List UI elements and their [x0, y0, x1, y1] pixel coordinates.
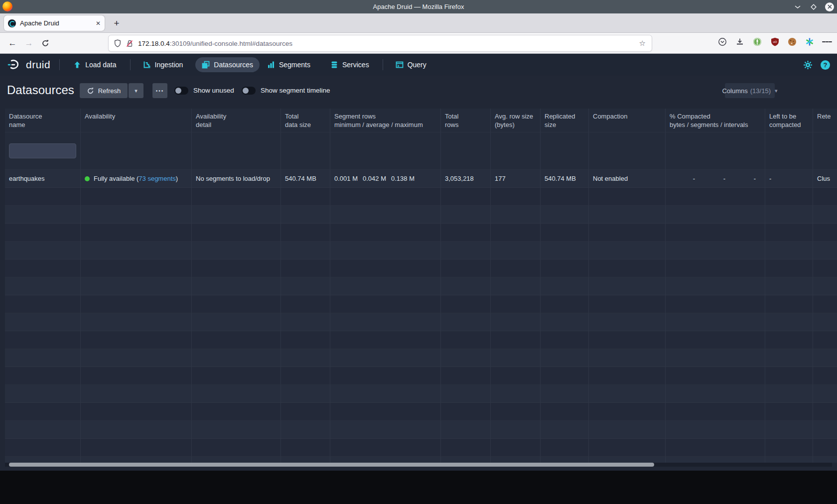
table-cell-empty	[491, 385, 541, 403]
table-row-earthquakes[interactable]: earthquakes Fully available ( 73 segment…	[5, 170, 837, 188]
table-cell-empty	[589, 457, 666, 463]
druid-wordmark: druid	[26, 59, 50, 71]
table-row-empty	[5, 403, 837, 421]
col-header-avg-row-size[interactable]: Avg. row size (bytes)	[491, 109, 541, 132]
table-cell-empty	[491, 457, 541, 463]
col-header-retention[interactable]: Rete	[813, 109, 837, 132]
nav-item-query[interactable]: Query	[389, 57, 433, 72]
url-text[interactable]: 172.18.0.4:30109/unified-console.html#da…	[138, 40, 292, 47]
table-cell-empty	[192, 403, 281, 421]
col-header-left-to-be-compacted[interactable]: Left to be compacted	[765, 109, 813, 132]
back-button[interactable]: ←	[6, 37, 19, 50]
table-cell-empty	[5, 403, 81, 421]
table-cell-empty	[330, 439, 441, 457]
col-header-segment-rows[interactable]: Segment rows minimum / average / maximum	[330, 109, 441, 132]
horizontal-scrollbar-thumb[interactable]	[9, 463, 654, 467]
table-cell-empty	[330, 457, 441, 463]
minimize-button[interactable]	[793, 2, 802, 11]
table-cell-empty	[541, 206, 589, 224]
col-header-total-rows[interactable]: Total rows	[441, 109, 491, 132]
cookie-extension-icon[interactable]	[787, 37, 797, 47]
table-cell-empty	[441, 367, 491, 385]
table-cell-empty	[441, 295, 491, 313]
new-tab-button[interactable]: +	[110, 16, 124, 30]
table-empty-rows	[5, 188, 837, 463]
desktop-background	[0, 471, 837, 504]
refresh-dropdown-button[interactable]: ▾	[129, 83, 143, 98]
nav-item-load-data[interactable]: Load data	[67, 57, 123, 72]
col-header-datasource-name[interactable]: Datasource name	[5, 109, 81, 132]
columns-button[interactable]: Columns (13/15) ▾	[725, 83, 775, 98]
show-unused-label: Show unused	[193, 87, 234, 94]
more-actions-button[interactable]: •••	[152, 83, 167, 98]
table-cell-empty	[330, 206, 441, 224]
table-cell-empty	[192, 259, 281, 277]
table-cell-empty	[666, 224, 765, 242]
availability-text: Fully available (	[94, 175, 139, 182]
help-icon[interactable]: ?	[821, 60, 830, 70]
table-cell-empty	[589, 439, 666, 457]
table-cell-empty	[441, 313, 491, 331]
tab-apache-druid[interactable]: Apache Druid ✕	[4, 15, 105, 31]
reload-button[interactable]	[39, 37, 52, 50]
cell-datasource-name[interactable]: earthquakes	[5, 170, 81, 188]
col-header-pct-compacted[interactable]: % Compacted bytes / segments / intervals	[666, 109, 765, 132]
downloads-icon[interactable]	[735, 37, 745, 47]
table-cell-empty	[441, 457, 491, 463]
col-header-availability[interactable]: Availability	[81, 109, 192, 132]
table-cell-empty	[5, 295, 81, 313]
privacy-badger-extension-icon[interactable]	[752, 37, 762, 47]
close-button[interactable]	[825, 2, 834, 11]
col-header-availability-detail[interactable]: Availability detail	[192, 109, 281, 132]
nav-item-label: Datasources	[214, 61, 253, 69]
colorful-asterisk-extension-icon[interactable]	[805, 37, 815, 47]
horizontal-scrollbar-track[interactable]	[5, 463, 832, 467]
services-icon	[330, 61, 338, 69]
table-cell-empty	[541, 188, 589, 206]
nav-item-label: Services	[342, 61, 369, 69]
ublock-origin-extension-icon[interactable]: uO	[770, 37, 780, 47]
table-cell-empty	[330, 349, 441, 367]
table-cell-empty	[813, 277, 837, 295]
url-bar[interactable]: 172.18.0.4:30109/unified-console.html#da…	[109, 35, 652, 51]
segment-rows-avg: 0.042 M	[363, 175, 391, 182]
table-cell-empty	[441, 259, 491, 277]
bookmark-star-icon[interactable]: ☆	[639, 39, 646, 48]
table-cell-empty	[330, 259, 441, 277]
nav-item-segments[interactable]: Segments	[261, 57, 317, 72]
refresh-button[interactable]: Refresh	[80, 83, 128, 98]
tracking-protection-icon[interactable]	[114, 39, 122, 48]
pct-compacted-intervals: -	[730, 175, 761, 182]
forward-button[interactable]: →	[22, 37, 35, 50]
col-header-total-data-size[interactable]: Total data size	[281, 109, 330, 132]
show-unused-toggle[interactable]	[174, 87, 188, 95]
datasource-name-filter-input[interactable]	[9, 143, 76, 158]
table-cell-empty	[765, 403, 813, 421]
nav-item-services[interactable]: Services	[324, 57, 376, 72]
table-cell-empty	[589, 295, 666, 313]
insecure-lock-icon[interactable]	[126, 39, 134, 48]
table-cell-empty	[491, 259, 541, 277]
table-cell-empty	[589, 277, 666, 295]
cell-retention: Clus	[813, 170, 837, 188]
nav-item-ingestion[interactable]: Ingestion	[137, 57, 190, 72]
table-cell-empty	[666, 457, 765, 463]
menu-button[interactable]	[822, 37, 832, 47]
columns-count: (13/15)	[750, 87, 771, 95]
table-cell-empty	[81, 421, 192, 439]
show-segment-timeline-toggle[interactable]	[242, 87, 256, 95]
druid-logo[interactable]: druid	[7, 58, 50, 72]
druid-navbar: druid Load data Ingestion Datasources Se…	[0, 54, 837, 76]
col-header-replicated-size[interactable]: Replicated size	[541, 109, 589, 132]
maximize-button[interactable]	[809, 2, 818, 11]
url-path: :30109/unified-console.html#datasources	[170, 40, 292, 47]
table-row-empty	[5, 439, 837, 457]
col-header-compaction[interactable]: Compaction	[589, 109, 666, 132]
settings-gear-icon[interactable]	[803, 60, 813, 70]
segments-count-link[interactable]: 73 segments	[139, 175, 175, 182]
nav-item-datasources[interactable]: Datasources	[195, 57, 260, 72]
tab-close-icon[interactable]: ✕	[96, 20, 101, 27]
table-cell-empty	[765, 313, 813, 331]
table-row-empty	[5, 331, 837, 349]
pocket-icon[interactable]	[717, 37, 727, 47]
